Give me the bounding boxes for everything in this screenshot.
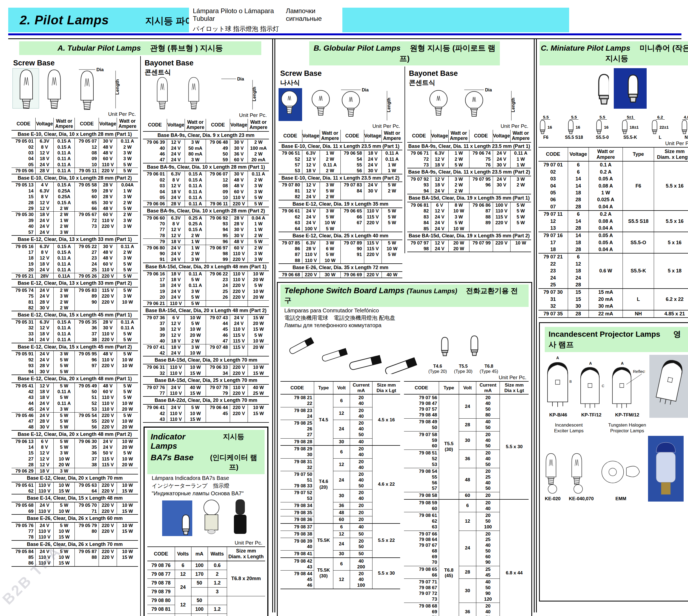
table-cell: 76	[469, 162, 493, 168]
table-cell: 3 W	[117, 223, 138, 229]
table-cell: 79 08 78	[147, 578, 175, 587]
table-cell: 64	[279, 226, 302, 232]
table-row: 1824 V0.11 A24220 V5 W	[143, 283, 269, 288]
table-cell: 79 08 4950	[404, 419, 439, 431]
table-cell: 3 W	[117, 218, 138, 223]
table-cell: 0.6	[208, 561, 227, 570]
table-cell: 24 V	[431, 226, 448, 232]
table-cell: 79	[206, 390, 230, 396]
table-row: 77110 V10 W80220 V15 W	[12, 528, 138, 534]
group-title: Base BA-9s, Clear, Dia. 11 x Length 23.5…	[407, 168, 531, 176]
table-cell: 62	[279, 214, 302, 220]
table-cell: 55	[75, 418, 99, 424]
column-header: Watt orAmpere	[382, 130, 402, 142]
table-cell: 12 V	[36, 456, 53, 462]
table-cell: 110 V	[99, 400, 117, 406]
table-cell: 79 05 91	[12, 351, 36, 357]
table-cell: 20 W	[117, 424, 138, 430]
group-title: Base E-10, Clear, Dia, 10 x Length 28 mm…	[12, 130, 138, 138]
table-cell: 17	[538, 239, 568, 246]
table-cell: 115 V	[99, 462, 117, 468]
column-header: Volts	[175, 547, 191, 561]
table-cell: 27	[12, 456, 36, 462]
section-c-miniature: C. Miniature Pilot Lamps 미니츄어 (작은) 지시등 5…	[536, 39, 688, 612]
table-cell: 79 05 84	[12, 548, 36, 554]
table-cell: 20	[143, 294, 167, 300]
table-cell: 6	[175, 561, 191, 570]
table-cell: 12 V	[302, 162, 320, 168]
table-cell: 220 V	[302, 271, 320, 278]
table-cell: 1 W	[510, 162, 531, 168]
table-cell: 14	[568, 183, 588, 190]
table-cell: 79 07 30	[538, 289, 568, 296]
table-cell: 23	[75, 255, 99, 261]
table-cell: 79 05 30	[12, 212, 36, 218]
group-title: Base E-12, Clear, Dia. 25 x Length 40 mm	[279, 232, 402, 240]
column-header: CODE	[404, 381, 439, 394]
table-row: 79 05 316.3V0.15 A79 05 3528 V0.11 A	[12, 319, 138, 325]
table-cell: 220 V	[99, 273, 117, 279]
table-cell: 24 V	[36, 357, 53, 363]
table-cell: 3 W	[248, 183, 269, 189]
table-cell: 12 V	[167, 332, 185, 338]
table-cell	[248, 416, 269, 422]
table-cell: 28 V	[99, 188, 117, 194]
table-cell: 0.05 A	[589, 175, 623, 182]
section-b-title-korean: 원형 지시등 (파이로트 램프)	[399, 44, 495, 63]
table-row: 79 05 4624 V5 W79 05 54220 V5 W	[12, 412, 138, 418]
table-cell: 20	[350, 516, 372, 524]
section-a-header: A. Tubular Pilot Lamps 관형 (튜브형 ) 지시등	[19, 41, 261, 55]
indicator-line-russian: "Индикаторные лампы Основа BA7"	[152, 490, 264, 497]
table-cell: 3 W	[248, 189, 269, 195]
table-row: 79 05 166.3V0.15 A79 05 2230 V0.11 A	[12, 243, 138, 249]
table-row: 79 06 3912 V3 W79 06 4830 V2 W	[143, 139, 269, 145]
table-cell: 30 V	[99, 243, 117, 249]
table-row: Base E-10, Clear, Dia, 10 x Length 28 mm…	[12, 174, 138, 182]
table-row: Base E-12, Clear, Dia, 13 x Length 33 mm…	[12, 279, 138, 287]
table-cell: 87	[469, 208, 493, 214]
table-cell: 29	[12, 205, 36, 212]
a-screw-unit-label: Unit Per Pc.	[12, 111, 136, 117]
halogen-model-label: EMM	[600, 496, 641, 502]
table-cell: 79 08 58	[404, 492, 439, 499]
table-cell: 79 05 06	[12, 168, 36, 174]
table-cell: 59	[75, 188, 99, 194]
table-cell: 12 V	[431, 208, 448, 214]
table-cell: 79 07 01	[538, 161, 568, 168]
table-cell: 0.11 A	[185, 189, 206, 195]
table-cell: 6.3V	[36, 319, 53, 325]
table-cell: 24 V	[36, 502, 53, 508]
table-row: 028 V0.15 A1248 V2 W	[12, 144, 138, 150]
table-cell: 79 05 49	[75, 383, 99, 389]
table-cell: 110 V	[36, 482, 53, 488]
size-cell: 6.8 x 44	[499, 499, 529, 616]
table-cell: 20254050	[476, 468, 500, 492]
table-row: 42110 V10 W45220 V15 W	[143, 411, 269, 416]
table-cell: 110 V	[167, 416, 185, 422]
table-cell: 1 W	[448, 150, 469, 156]
table-cell: 50 V	[99, 450, 117, 456]
column-header: Watt orAmpere	[510, 130, 531, 142]
table-cell: 24	[538, 274, 568, 282]
table-cell: 87	[279, 251, 302, 257]
table-cell: 24 V	[431, 188, 448, 194]
table-row: 9024 V2 W98110 V3 W	[143, 251, 269, 257]
table-cell	[382, 258, 402, 264]
table-row: 4018 V2 W47115 V10 W	[143, 338, 269, 344]
table-cell: 10 W	[117, 548, 138, 554]
table-cell: 24 V	[36, 522, 53, 528]
column-header: Watt orAmpere	[185, 119, 206, 131]
table-cell	[117, 229, 138, 236]
table-cell: 3 W	[117, 194, 138, 200]
column-header: CODE	[147, 547, 175, 561]
table-cell: 110 V	[99, 357, 117, 363]
table-cell: 30 V	[99, 138, 117, 144]
table-cell: 60 V	[99, 389, 117, 395]
table-cell: 77	[12, 528, 36, 534]
dia-label: Dia	[485, 88, 492, 92]
table-row: Base BA-15d, Clear, Dia. 19 x Length 35 …	[407, 194, 531, 202]
table-cell: 0.25A	[53, 188, 75, 194]
table-cell: 14	[12, 188, 36, 194]
telephone-unit-label: Unit Per Pc.	[280, 375, 526, 380]
table-cell: 2040	[350, 407, 372, 420]
